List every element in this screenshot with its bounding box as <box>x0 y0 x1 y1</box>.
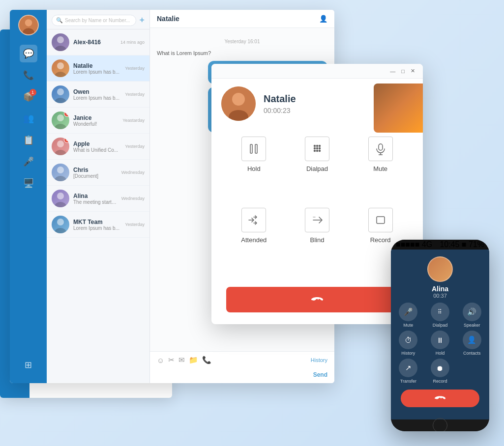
mail-icon[interactable]: ✉ <box>178 356 185 364</box>
attended-icon <box>241 208 266 232</box>
chat-name-apple: Apple <box>73 140 121 147</box>
svg-point-43 <box>314 148 315 149</box>
search-input[interactable]: 🔍 Search by Name or Number... <box>52 15 136 26</box>
phone-transfer-icon: ↗ <box>399 359 417 377</box>
phone-dialpad-icon: ⠿ <box>431 303 449 321</box>
chat-info-chris: Chris [Document] <box>73 167 118 179</box>
chat-item-apple[interactable]: 2 Apple What is Unified Co... Yesterday <box>47 134 149 160</box>
emoji-icon[interactable]: ☺ <box>157 356 164 364</box>
chat-item-owen[interactable]: Owen Lorem Ipsum has b... Yesterday <box>47 82 149 108</box>
chat-item-alina[interactable]: Alina The meeting starts... Wednesday <box>47 186 149 212</box>
phone-record-btn[interactable]: ⏺ Record <box>426 359 455 384</box>
phone-end-call-button[interactable] <box>401 390 479 407</box>
notification-badge: 1 <box>30 89 36 96</box>
sidebar-item-people[interactable]: 👥 <box>20 110 37 127</box>
phone-history-btn[interactable]: ⏱ History <box>394 331 423 356</box>
hold-button[interactable]: Hold <box>226 137 282 200</box>
svg-point-36 <box>232 93 245 106</box>
add-button[interactable]: + <box>139 15 145 26</box>
chat-list: Alex-8416 14 mins ago Natalie Lorem Ipsu… <box>47 29 149 383</box>
chat-time-mkt: Yesterday <box>125 222 145 227</box>
chat-item-mkt[interactable]: MKT Team Lorem Ipsum has b... Yesterday <box>47 212 149 238</box>
chat-preview-apple: What is Unified Co... <box>73 147 121 153</box>
chat-name-alex: Alex-8416 <box>73 39 117 46</box>
user-avatar[interactable] <box>18 15 39 35</box>
svg-point-20 <box>55 46 66 51</box>
svg-rect-39 <box>255 144 257 153</box>
svg-point-48 <box>319 150 320 152</box>
chat-info-owen: Owen Lorem Ipsum has b... <box>73 88 121 101</box>
blind-label: Blind <box>310 236 325 244</box>
search-placeholder: Search by Name or Number... <box>65 18 130 23</box>
phone-time-battery: 10:45 ■ 71% <box>440 240 484 249</box>
chat-avatar-chris <box>52 164 69 181</box>
phone-mute-label: Mute <box>403 323 413 328</box>
chat-preview-mkt: Lorem Ipsum has b... <box>73 225 121 231</box>
chat-name-mkt: MKT Team <box>73 219 121 225</box>
phone-contacts-label: Contacts <box>463 351 481 356</box>
folder-icon[interactable]: 📁 <box>189 356 198 364</box>
svg-point-30 <box>55 176 66 181</box>
chat-name-owen: Owen <box>73 88 121 95</box>
chat-info-alina: Alina The meeting starts... <box>73 193 118 205</box>
phone-speaker-icon: 🔊 <box>463 303 481 321</box>
minimize-icon[interactable]: — <box>390 68 395 74</box>
dialpad-button[interactable]: Dialpad <box>290 137 345 200</box>
chat-avatar-apple: 2 <box>52 138 69 155</box>
phone-contacts-btn[interactable]: 👤 Contacts <box>457 331 486 356</box>
maximize-icon[interactable]: □ <box>401 68 405 74</box>
sidebar-item-grid[interactable]: ⊞ <box>20 356 37 374</box>
attended-button[interactable]: Attended <box>226 208 282 271</box>
phone-status-bar: ■■■■■ 4G 10:45 ■ 71% <box>391 240 489 250</box>
phone-device: ■■■■■ 4G 10:45 ■ 71% Alina 00:37 🎤 Mute … <box>391 240 489 431</box>
phone-home-button[interactable] <box>433 418 447 431</box>
chat-item-alex[interactable]: Alex-8416 14 mins ago <box>47 29 149 56</box>
phone-history-label: History <box>401 351 415 356</box>
chat-item-janice[interactable]: 1 Janice Wonderful! Yeastarday <box>47 108 149 134</box>
mute-label: Mute <box>373 165 387 172</box>
end-call-button[interactable] <box>226 287 408 312</box>
chat-avatar-mkt <box>52 216 69 233</box>
svg-rect-49 <box>379 144 383 150</box>
sidebar-item-screen[interactable]: 🖥️ <box>20 174 37 192</box>
send-button[interactable]: Send <box>313 371 327 378</box>
chat-time-alina: Wednesday <box>121 196 145 201</box>
chat-name-chris: Chris <box>73 167 118 173</box>
sidebar-item-voicemail[interactable]: 🎤 <box>20 153 37 170</box>
phone-dialpad-btn[interactable]: ⠿ Dialpad <box>426 303 455 328</box>
phone-transfer-btn[interactable]: ↗ Transfer <box>394 359 423 384</box>
phone-controls-grid: 🎤 Mute ⠿ Dialpad 🔊 Speaker ⏱ History ⏸ H… <box>394 303 486 384</box>
sidebar-item-contacts[interactable]: 📦 1 <box>20 88 37 106</box>
chat-preview-janice: Wonderful! <box>73 121 119 127</box>
blind-button[interactable]: Blind <box>290 208 345 271</box>
chat-time-natalie: Yesterday <box>125 66 145 71</box>
sidebar-item-chat[interactable]: 💬 <box>20 45 37 62</box>
svg-point-17 <box>25 19 31 26</box>
video-call-icon[interactable]: 👤 <box>319 15 327 23</box>
phone-mute-btn[interactable]: 🎤 Mute <box>394 303 423 328</box>
svg-point-19 <box>57 36 64 43</box>
phone-speaker-btn[interactable]: 🔊 Speaker <box>457 303 486 328</box>
chat-name-janice: Janice <box>73 114 119 121</box>
chat-time-chris: Wednesday <box>121 170 145 175</box>
chat-item-natalie[interactable]: Natalie Lorem Ipsum has b... Yesterday <box>47 56 149 82</box>
attended-label: Attended <box>241 236 267 244</box>
sidebar-item-call[interactable]: 📞 <box>20 66 37 84</box>
chat-item-chris[interactable]: Chris [Document] Wednesday <box>47 160 149 186</box>
phone-hold-btn[interactable]: ⏸ Hold <box>426 331 455 356</box>
dialpad-label: Dialpad <box>306 165 328 172</box>
mute-button[interactable]: Mute <box>353 137 408 200</box>
svg-point-40 <box>314 145 315 147</box>
svg-point-24 <box>55 98 66 103</box>
phone-icon[interactable]: 📞 <box>202 356 211 364</box>
chat-time-owen: Yesterday <box>125 92 145 97</box>
svg-point-28 <box>55 150 66 155</box>
phone-hold-label: Hold <box>436 351 445 356</box>
phone-mute-icon: 🎤 <box>399 303 417 321</box>
sidebar-item-meetings[interactable]: 📋 <box>20 131 37 149</box>
chat-info-mkt: MKT Team Lorem Ipsum has b... <box>73 219 121 231</box>
close-icon[interactable]: ✕ <box>411 68 415 74</box>
history-link[interactable]: History <box>311 357 327 363</box>
cut-icon[interactable]: ✂ <box>168 356 175 364</box>
phone-speaker-label: Speaker <box>464 323 480 328</box>
